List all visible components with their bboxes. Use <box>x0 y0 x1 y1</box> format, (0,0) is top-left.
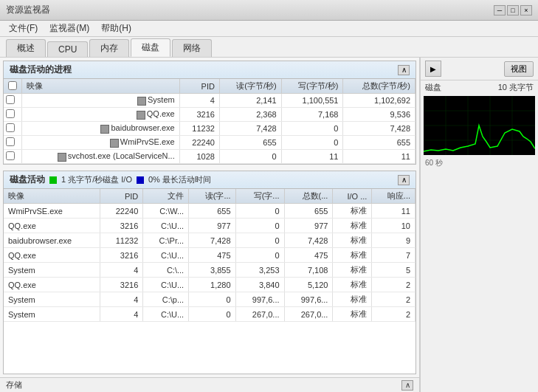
row-checkbox[interactable] <box>4 122 22 136</box>
table-row[interactable]: System 4 C:\U... 0 267,0... 267,0... 标准 … <box>4 307 415 322</box>
row-io: 标准 <box>333 204 372 219</box>
col2-pid[interactable]: PID <box>100 189 143 204</box>
col2-image[interactable]: 映像 <box>4 189 100 204</box>
row-file: C:\U... <box>143 219 189 233</box>
row-name: svchost.exe (LocalServiceN... <box>22 150 180 164</box>
row-file: C:\U... <box>143 278 189 292</box>
row-total: 977 <box>284 219 333 233</box>
tabs-bar: 概述 CPU 内存 磁盘 网络 <box>0 37 538 58</box>
row-write: 11 <box>281 150 343 164</box>
tab-disk[interactable]: 磁盘 <box>131 38 170 57</box>
row-name: System <box>4 307 100 322</box>
col2-resp[interactable]: 响应... <box>372 189 415 204</box>
col2-file[interactable]: 文件 <box>143 189 189 204</box>
row-name: WmiPrvSE.exe <box>4 204 100 219</box>
row-checkbox[interactable] <box>4 136 22 150</box>
col-read[interactable]: 读(字节/秒) <box>219 79 281 94</box>
green-indicator <box>49 176 57 184</box>
disk-activity-collapse[interactable]: ∧ <box>398 175 410 185</box>
row-pid: 3216 <box>179 108 219 122</box>
table-row[interactable]: System 4 C:\p... 0 997,6... 997,6... 标准 … <box>4 292 415 307</box>
row-resp: 11 <box>372 204 415 219</box>
tab-memory[interactable]: 内存 <box>89 39 129 57</box>
main-content: 磁盘活动的进程 ∧ 映像 PID 读(字节/秒) 写(字节/秒) 总数(字节/秒… <box>0 58 538 392</box>
row-write: 0 <box>235 204 284 219</box>
tab-overview[interactable]: 概述 <box>6 39 46 57</box>
disk-activity-header-content: 磁盘活动 1 兆字节/秒磁盘 I/O 0% 最长活动时间 <box>10 173 211 186</box>
row-total: 11 <box>343 150 415 164</box>
row-resp: 7 <box>372 248 415 263</box>
row-checkbox[interactable] <box>4 150 22 164</box>
row-write: 1,100,551 <box>281 94 343 108</box>
disk-activity-table: 映像 PID 文件 读(字... 写(字... 总数(... I/O ... 响… <box>4 189 415 322</box>
disk-process-section: 磁盘活动的进程 ∧ 映像 PID 读(字节/秒) 写(字节/秒) 总数(字节/秒… <box>3 61 416 165</box>
row-read: 0 <box>219 150 281 164</box>
col-image[interactable]: 映像 <box>22 79 180 94</box>
row-file: C:\p... <box>143 292 189 307</box>
col2-io[interactable]: I/O ... <box>333 189 372 204</box>
disk-activity-header: 磁盘活动 1 兆字节/秒磁盘 I/O 0% 最长活动时间 ∧ <box>4 171 415 189</box>
row-checkbox[interactable] <box>4 94 22 108</box>
menu-monitor[interactable]: 监视器(M) <box>44 21 95 36</box>
table-row[interactable]: QQ.exe 3216 2,368 7,168 9,536 <box>4 108 415 122</box>
minimize-button[interactable]: ─ <box>494 5 506 16</box>
row-pid: 11232 <box>179 122 219 136</box>
menu-help[interactable]: 帮助(H) <box>95 21 137 36</box>
close-button[interactable]: × <box>520 5 532 16</box>
row-read: 2,368 <box>219 108 281 122</box>
row-total: 655 <box>343 136 415 150</box>
row-total: 475 <box>284 248 333 263</box>
row-io: 标准 <box>333 233 372 248</box>
row-checkbox[interactable] <box>4 108 22 122</box>
tab-cpu[interactable]: CPU <box>47 41 88 57</box>
tab-network[interactable]: 网络 <box>172 39 212 57</box>
row-total: 997,6... <box>284 292 333 307</box>
window-title: 资源监视器 <box>6 4 50 16</box>
table-row[interactable]: QQ.exe 3216 C:\U... 475 0 475 标准 7 <box>4 248 415 263</box>
row-write: 0 <box>235 233 284 248</box>
table-row[interactable]: QQ.exe 3216 C:\U... 1,280 3,840 5,120 标准… <box>4 278 415 292</box>
row-total: 655 <box>284 204 333 219</box>
select-all-checkbox[interactable] <box>8 81 17 90</box>
col-total[interactable]: 总数(字节/秒) <box>343 79 415 94</box>
nav-arrow-btn[interactable]: ▶ <box>425 61 441 77</box>
table-row[interactable]: System 4 2,141 1,100,551 1,102,692 <box>4 94 415 108</box>
col2-read[interactable]: 读(字... <box>189 189 235 204</box>
view-button[interactable]: 视图 <box>504 61 534 77</box>
col-write[interactable]: 写(字节/秒) <box>281 79 343 94</box>
col2-write[interactable]: 写(字... <box>235 189 284 204</box>
disk-activity-title: 磁盘活动 <box>10 173 45 186</box>
menu-file[interactable]: 文件(F) <box>3 21 44 36</box>
disk-name-label: 磁盘 <box>425 82 441 93</box>
active-stat: 0% 最长活动时间 <box>148 174 211 185</box>
table-row[interactable]: QQ.exe 3216 C:\U... 977 0 977 标准 10 <box>4 219 415 233</box>
row-read: 0 <box>189 307 235 322</box>
disk-chart-svg <box>424 96 535 155</box>
row-resp: 10 <box>372 219 415 233</box>
col-pid[interactable]: PID <box>179 79 219 94</box>
table-row[interactable]: svchost.exe (LocalServiceN... 1028 0 11 … <box>4 150 415 164</box>
table-row[interactable]: WmiPrvSE.exe 22240 655 0 655 <box>4 136 415 150</box>
row-resp: 2 <box>372 307 415 322</box>
row-name: System <box>4 292 100 307</box>
row-io: 标准 <box>333 219 372 233</box>
row-read: 475 <box>189 248 235 263</box>
row-read: 0 <box>189 292 235 307</box>
col2-total[interactable]: 总数(... <box>284 189 333 204</box>
bottom-collapse[interactable]: ∧ <box>401 380 413 391</box>
row-name: baidubrowser.exe <box>22 122 180 136</box>
row-pid: 22240 <box>179 136 219 150</box>
row-write: 0 <box>281 136 343 150</box>
table-row[interactable]: System 4 C:\... 3,855 3,253 7,108 标准 5 <box>4 263 415 278</box>
row-file: C:\Pr... <box>143 233 189 248</box>
table-row[interactable]: baidubrowser.exe 11232 C:\Pr... 7,428 0 … <box>4 233 415 248</box>
disk-process-collapse[interactable]: ∧ <box>398 65 410 75</box>
table-row[interactable]: WmiPrvSE.exe 22240 C:\W... 655 0 655 标准 … <box>4 204 415 219</box>
row-write: 267,0... <box>235 307 284 322</box>
maximize-button[interactable]: □ <box>507 5 519 16</box>
row-write: 0 <box>235 219 284 233</box>
table-row[interactable]: baidubrowser.exe 11232 7,428 0 7,428 <box>4 122 415 136</box>
row-pid: 4 <box>100 292 143 307</box>
disk-value-label: 10 兆字节 <box>498 82 534 93</box>
row-write: 3,840 <box>235 278 284 292</box>
